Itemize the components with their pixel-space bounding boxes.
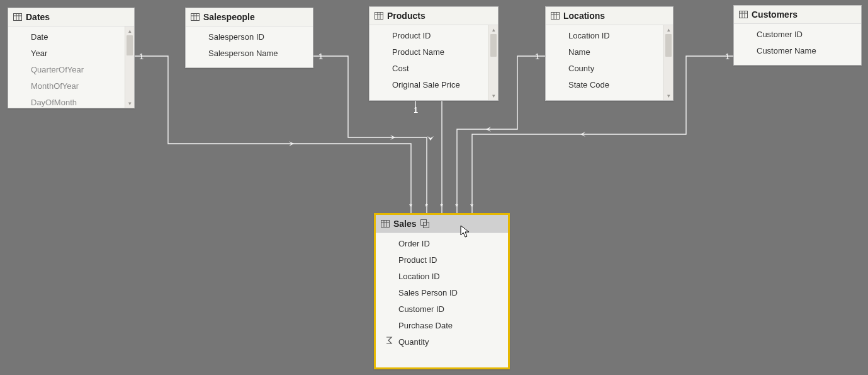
scrollbar[interactable]: ▴ ▾ xyxy=(488,25,498,100)
table-title: Customers xyxy=(752,9,798,20)
scroll-down-icon[interactable]: ▾ xyxy=(125,99,134,108)
field-item[interactable]: Sales Person ID xyxy=(376,285,508,301)
table-title: Products xyxy=(387,11,426,21)
model-canvas[interactable]: 1 1 1 1 1 * * * * * Dates Date Year Quar… xyxy=(0,0,868,375)
table-body: Order ID Product ID Location ID Sales Pe… xyxy=(376,233,508,367)
field-item[interactable]: Purchase Date xyxy=(376,318,508,334)
scrollbar[interactable]: ▴ ▾ xyxy=(125,26,134,108)
scrollbar[interactable]: ▴ ▾ xyxy=(663,25,673,100)
svg-rect-5 xyxy=(14,14,22,21)
table-card-dates[interactable]: Dates Date Year QuarterOfYear MonthOfYea… xyxy=(8,8,135,108)
field-item[interactable]: MonthOfYear xyxy=(8,78,134,95)
table-card-customers[interactable]: Customers Customer ID Customer Name xyxy=(733,5,862,66)
field-item[interactable]: Product ID xyxy=(376,252,508,268)
field-item[interactable]: Cost xyxy=(369,61,498,77)
table-icon xyxy=(551,11,560,20)
scroll-thumb[interactable] xyxy=(665,34,672,57)
field-item[interactable]: Customer ID xyxy=(734,26,861,43)
field-item[interactable]: Salesperson ID xyxy=(186,29,313,45)
svg-marker-3 xyxy=(486,127,491,132)
cardinality-one: 1 xyxy=(139,52,144,61)
sigma-icon xyxy=(385,336,393,345)
field-label: Quantity xyxy=(398,337,429,347)
cardinality-many: * xyxy=(455,202,458,211)
field-item[interactable]: Customer ID xyxy=(376,301,508,318)
table-icon xyxy=(381,219,390,228)
table-header[interactable]: Customers xyxy=(734,6,861,24)
table-body: Location ID Name County State Code ▴ ▾ xyxy=(546,25,673,100)
scroll-up-icon[interactable]: ▴ xyxy=(489,25,498,34)
field-item[interactable]: Year xyxy=(8,45,134,62)
cardinality-one: 1 xyxy=(725,52,730,61)
cardinality-one: 1 xyxy=(414,105,418,115)
cardinality-one: 1 xyxy=(318,52,323,61)
table-title: Sales xyxy=(393,219,417,229)
field-item[interactable]: Product ID xyxy=(369,28,498,44)
field-item[interactable]: Location ID xyxy=(546,28,673,44)
cardinality-many: * xyxy=(470,202,473,211)
svg-marker-2 xyxy=(427,136,434,141)
scroll-down-icon[interactable]: ▾ xyxy=(664,91,673,100)
cardinality-many: * xyxy=(409,202,412,211)
table-icon xyxy=(13,13,22,21)
table-title: Salespeople xyxy=(203,12,255,22)
field-item[interactable]: State Code xyxy=(546,77,673,93)
field-item[interactable]: DayOfMonth xyxy=(8,95,134,108)
field-list: Product ID Product Name Cost Original Sa… xyxy=(369,25,498,96)
field-item[interactable]: Product Name xyxy=(369,44,498,61)
scroll-up-icon[interactable]: ▴ xyxy=(125,26,134,35)
svg-rect-9 xyxy=(191,14,200,21)
table-header[interactable]: Locations xyxy=(546,7,673,25)
linked-tables-icon xyxy=(420,219,429,228)
scroll-thumb[interactable] xyxy=(127,35,133,55)
field-item[interactable]: Date xyxy=(8,29,134,45)
scroll-up-icon[interactable]: ▴ xyxy=(664,25,673,34)
table-title: Dates xyxy=(26,12,50,22)
table-card-products[interactable]: Products Product ID Product Name Cost Or… xyxy=(369,6,499,101)
table-header[interactable]: Sales xyxy=(376,215,508,233)
field-list: Order ID Product ID Location ID Sales Pe… xyxy=(376,233,508,353)
field-item[interactable]: County xyxy=(546,61,673,77)
table-header[interactable]: Products xyxy=(369,7,498,25)
table-body: Date Year QuarterOfYear MonthOfYear DayO… xyxy=(8,26,134,108)
cardinality-many: * xyxy=(440,202,443,211)
svg-marker-4 xyxy=(580,132,585,137)
field-item[interactable]: QuarterOfYear xyxy=(8,62,134,78)
field-list: Date Year QuarterOfYear MonthOfYear DayO… xyxy=(8,26,134,108)
field-item[interactable]: Name xyxy=(546,44,673,61)
table-card-salespeople[interactable]: Salespeople Salesperson ID Salesperson N… xyxy=(185,8,313,68)
svg-marker-1 xyxy=(390,135,395,140)
cardinality-many: * xyxy=(425,202,428,211)
svg-rect-25 xyxy=(381,221,390,228)
svg-rect-17 xyxy=(551,13,560,20)
table-body: Salesperson ID Salesperson Name xyxy=(186,26,313,67)
table-card-locations[interactable]: Locations Location ID Name County State … xyxy=(545,6,674,101)
scroll-down-icon[interactable]: ▾ xyxy=(489,91,498,100)
table-body: Product ID Product Name Cost Original Sa… xyxy=(369,25,498,100)
field-list: Customer ID Customer Name xyxy=(734,24,861,62)
scroll-thumb[interactable] xyxy=(490,34,497,57)
table-card-sales[interactable]: Sales Order ID Product ID Location ID Sa… xyxy=(374,213,510,369)
field-list: Salesperson ID Salesperson Name xyxy=(186,26,313,64)
field-item[interactable]: Quantity xyxy=(376,334,508,350)
table-title: Locations xyxy=(563,11,605,21)
field-item[interactable]: Original Sale Price xyxy=(369,77,498,93)
field-item[interactable]: Order ID xyxy=(376,236,508,252)
svg-rect-13 xyxy=(375,13,383,20)
table-header[interactable]: Salespeople xyxy=(186,8,313,26)
svg-marker-0 xyxy=(289,141,294,146)
cardinality-one: 1 xyxy=(535,52,539,61)
table-body: Customer ID Customer Name xyxy=(734,24,861,65)
table-icon xyxy=(191,13,200,21)
table-header[interactable]: Dates xyxy=(8,8,134,26)
field-item[interactable]: Location ID xyxy=(376,268,508,285)
field-item[interactable]: Salesperson Name xyxy=(186,45,313,62)
field-list: Location ID Name County State Code xyxy=(546,25,673,96)
svg-rect-21 xyxy=(740,11,748,18)
field-item[interactable]: Customer Name xyxy=(734,43,861,59)
table-icon xyxy=(375,11,383,20)
table-icon xyxy=(739,10,748,19)
